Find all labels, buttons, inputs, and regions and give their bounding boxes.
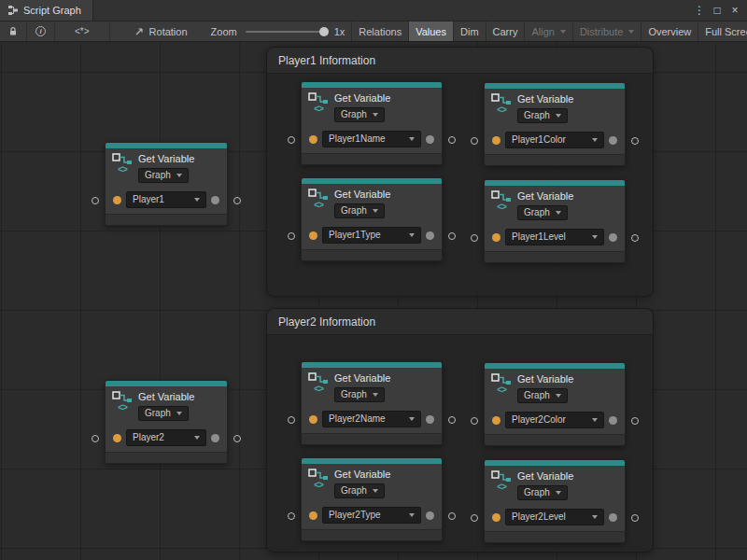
value-output-port[interactable] [609,136,617,145]
node-footer [302,433,442,444]
output-connection-point[interactable] [631,514,639,522]
variable-name-port[interactable] [309,511,317,520]
input-connection-point[interactable] [288,232,295,240]
value-output-port[interactable] [609,513,617,522]
value-output-port[interactable] [211,434,219,442]
node-get-variable-player1level[interactable]: <> Get Variable Graph Player1Level [484,179,626,263]
variable-name-port[interactable] [113,196,121,204]
node-footer [106,214,227,225]
node-title: Get Variable [334,372,390,385]
input-connection-point[interactable] [471,234,478,242]
output-connection-point[interactable] [631,137,639,145]
node-get-variable-player2name[interactable]: <> Get Variable Graph Player2Name [301,361,443,445]
value-output-port[interactable] [211,196,219,204]
input-connection-point[interactable] [471,417,478,425]
output-connection-point[interactable] [631,234,639,242]
variable-name-port[interactable] [492,513,500,522]
value-output-port[interactable] [609,233,617,242]
align-button[interactable]: Align [524,21,571,41]
variable-dropdown[interactable]: Player1Type [322,227,421,244]
group-title[interactable]: Player1 Information [267,48,653,74]
value-output-port[interactable] [426,511,434,520]
value-output-port[interactable] [426,231,434,240]
node-get-variable-player2color[interactable]: <> Get Variable Graph Player2Color [484,362,626,446]
variable-name-port[interactable] [309,415,317,424]
scope-dropdown[interactable]: Graph [517,388,568,403]
scope-dropdown[interactable]: Graph [517,108,568,123]
variable-name-port[interactable] [492,416,500,425]
input-connection-point[interactable] [288,136,295,144]
relations-button[interactable]: Relations [351,21,408,41]
variable-icon: <> [491,190,512,220]
inspect-button[interactable]: i [27,21,55,41]
dropdown-caret-icon [373,393,378,397]
lock-button[interactable] [0,21,27,41]
close-icon[interactable]: × [727,3,742,18]
distribute-button[interactable]: Distribute [572,21,641,41]
input-connection-point[interactable] [471,514,478,522]
scope-dropdown[interactable]: Graph [517,205,568,220]
output-connection-point[interactable] [233,435,241,442]
output-connection-point[interactable] [448,416,456,424]
node-get-variable-player2level[interactable]: <> Get Variable Graph Player2Level [484,459,626,543]
output-connection-point[interactable] [233,197,241,204]
scope-dropdown[interactable]: Graph [334,107,385,122]
scope-dropdown[interactable]: Graph [334,203,385,218]
variable-icon: <> [112,153,133,183]
output-connection-point[interactable] [448,232,456,240]
dropdown-caret-icon [628,30,634,34]
rotation-control[interactable]: Rotation [110,21,194,41]
value-output-port[interactable] [609,416,617,425]
output-connection-point[interactable] [631,417,639,425]
output-connection-point[interactable] [448,512,456,520]
input-connection-point[interactable] [471,137,478,145]
scope-dropdown[interactable]: Graph [138,406,189,421]
node-get-variable-player1color[interactable]: <> Get Variable Graph Player1Color [484,82,626,166]
variable-dropdown[interactable]: Player1Name [322,131,421,147]
window-menu-icon[interactable]: ⋮ [692,3,707,18]
zoom-slider-knob[interactable] [319,27,329,36]
output-connection-point[interactable] [448,136,456,144]
input-connection-point[interactable] [288,416,295,424]
variable-name-port[interactable] [309,135,317,144]
input-connection-point[interactable] [288,512,295,520]
value-output-port[interactable] [426,415,434,424]
carry-button[interactable]: Carry [486,21,525,41]
input-connection-point[interactable] [92,197,99,204]
variable-icon: <> [491,373,512,403]
values-button[interactable]: Values [408,21,453,41]
scope-dropdown[interactable]: Graph [334,387,385,402]
zoom-slider[interactable] [246,31,326,33]
dim-button[interactable]: Dim [453,21,486,41]
code-preview-button[interactable]: <*> [55,21,110,41]
variable-dropdown[interactable]: Player2Color [505,412,604,428]
variable-dropdown[interactable]: Player1Level [505,229,604,245]
variable-dropdown[interactable]: Player2 [126,429,206,446]
scope-dropdown[interactable]: Graph [138,168,189,183]
variable-name-port[interactable] [492,136,500,145]
variable-dropdown[interactable]: Player1Color [505,132,604,148]
variable-dropdown[interactable]: Player2Level [505,509,604,525]
scope-dropdown[interactable]: Graph [517,485,568,500]
variable-name-port[interactable] [309,231,317,240]
node-get-variable-player2[interactable]: <> Get Variable Graph Player2 [105,380,228,464]
value-output-port[interactable] [426,135,434,144]
node-get-variable-player1[interactable]: <> Get Variable Graph Player1 [105,142,228,226]
tab-script-graph[interactable]: Script Graph [0,0,93,21]
node-footer [485,434,625,445]
input-connection-point[interactable] [92,435,99,442]
scope-dropdown[interactable]: Graph [334,483,385,498]
variable-dropdown[interactable]: Player1 [126,191,206,208]
full-screen-button[interactable]: Full Screen [698,21,747,41]
group-title[interactable]: Player2 Information [267,309,653,335]
graph-canvas[interactable]: Player1 Information Player2 Information … [0,43,747,560]
node-get-variable-player1type[interactable]: <> Get Variable Graph Player1Type [301,177,443,261]
maximize-icon[interactable]: □ [710,3,725,18]
overview-button[interactable]: Overview [641,21,698,41]
variable-name-port[interactable] [113,434,121,442]
variable-dropdown[interactable]: Player2Type [322,507,421,524]
variable-name-port[interactable] [492,233,500,242]
node-get-variable-player2type[interactable]: <> Get Variable Graph Player2Type [301,457,443,541]
node-get-variable-player1name[interactable]: <> Get Variable Graph Player1Name [301,81,443,165]
variable-dropdown[interactable]: Player2Name [322,411,421,427]
